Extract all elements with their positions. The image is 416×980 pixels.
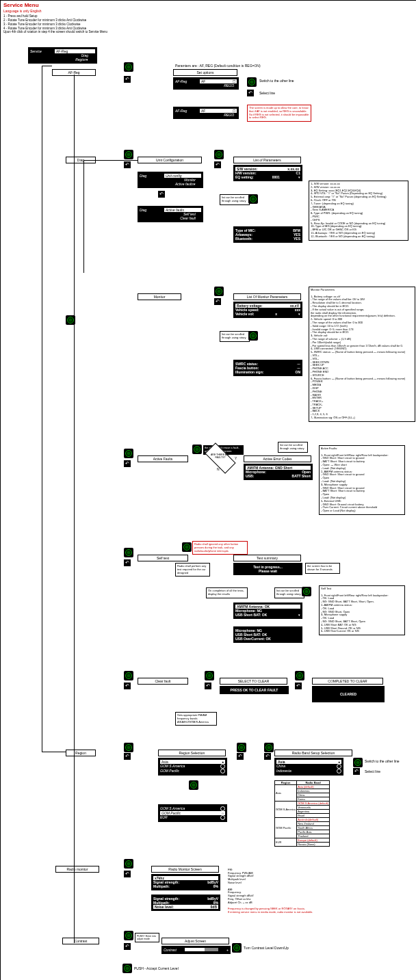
switch-note: Switch to the other line	[259, 79, 294, 83]
mon-note: Monitor Parameters 1- Battery voltage: x…	[309, 287, 415, 422]
knob-icon	[248, 331, 258, 341]
rs-box[interactable]: Asia● GOM S.America GOM Pacific	[158, 758, 227, 776]
knob-icon	[237, 743, 246, 752]
sel-clear-hdr: SELECT TO CLEAR	[220, 678, 287, 685]
lop-note: 1- S/W version: xx.xx.xx2- H/W version: …	[309, 181, 408, 241]
scroll-note: list can be scrolled through using rotar…	[220, 331, 250, 342]
back-icon[interactable]: ↶	[214, 298, 221, 305]
knob-icon	[124, 449, 133, 458]
turn-note: Turn Contrast Level Down/Up	[244, 946, 289, 950]
as-hdr: Adjust Screen	[161, 938, 229, 944]
reg-freq-note: Sets appropriate FM/AM frequency bands A…	[175, 712, 217, 726]
rbs-sel: Select line	[365, 769, 380, 773]
con-knob-note: PUSH • Enter into adjust mode	[135, 933, 159, 942]
knob-icon	[124, 931, 133, 940]
service-menu: ServiceAF-Reg Diag Region▾	[28, 47, 97, 64]
back-icon[interactable]: ↶	[205, 683, 211, 689]
rm-box1: x7khz Signal strength:bdByV Multipath:0%	[151, 874, 220, 890]
rbs-box[interactable]: Asia● China Indonesia	[274, 758, 343, 776]
back-icon[interactable]: ↶	[237, 753, 244, 760]
aec-hdr: Active Error Codes	[244, 455, 311, 462]
decision-label: ARE THERE ANY FAULTS?	[209, 453, 231, 459]
aec-box: AM/FM Antenna: GND Short Microphone:Open…	[244, 464, 313, 480]
monitor-hdr: Monitor	[138, 293, 181, 300]
rbs-sw: Switch to the other line	[365, 759, 400, 763]
knob-icon	[353, 758, 363, 767]
lang-note: Language is only English	[3, 9, 42, 13]
knob-icon	[248, 194, 258, 204]
back-icon[interactable]: ↶	[124, 871, 131, 877]
knob-icon	[232, 943, 242, 953]
cf-hdr: Clear fault	[138, 678, 188, 685]
scroll-note: list can be scrolled through using rotar…	[220, 194, 250, 205]
press-ok[interactable]: PRESS OK TO CLEAR FAULT	[220, 686, 289, 694]
knob-icon	[124, 859, 133, 869]
scroll-note: list can be scrolled through using rotar…	[274, 587, 304, 598]
afreg-warn: The screen is made up to allow the user,…	[247, 105, 311, 122]
afreg-box1: AF-RegAF☐ REG☑	[173, 77, 239, 90]
knob-icon	[205, 671, 214, 680]
back-icon[interactable]: ↶	[124, 559, 131, 566]
st-note: Self Test 1- Front right/Front left/Rear…	[319, 585, 405, 635]
knob-icon	[124, 150, 133, 159]
back-icon[interactable]: ↶	[295, 683, 302, 689]
back-icon[interactable]: ↶	[124, 683, 131, 689]
region-hdr: Region	[66, 750, 96, 756]
con-hdr: Contrast	[62, 938, 99, 944]
uc-hdr: Unit Configuration	[138, 157, 202, 163]
cleared: CLEARED	[312, 686, 385, 702]
af-note: Active Faults: 1- Front right/Front left…	[319, 445, 405, 515]
back-icon[interactable]: ↶	[124, 943, 131, 950]
sel-icon[interactable]: ↶	[353, 768, 360, 775]
rb-table: RegionRadio Band AsiaAsia (default) Indo…	[274, 780, 330, 847]
knob-icon	[122, 964, 132, 973]
rs-box2[interactable]: GOM S.America GOM Pacific○ EUR	[158, 804, 227, 822]
rm-box2: Signal strength:bdByV Multipath:0% Noise…	[151, 895, 220, 911]
push-note: PUSH - Accept Current Level	[134, 966, 179, 970]
lop-hdr: List of Parameters	[233, 157, 301, 163]
params-note: Paramters are : AF, REG (Default conditi…	[175, 64, 261, 68]
comp-clear-hdr: COMPLETED TO CLEAR	[312, 678, 383, 685]
knob-icon	[124, 671, 133, 680]
knob-icon	[214, 150, 224, 159]
back-icon[interactable]: ↶	[124, 161, 131, 168]
mon-box2: SWRC status:--- Fascia button:--- Illumi…	[233, 360, 302, 376]
sel-icon[interactable]: ↶	[247, 90, 254, 96]
rm-note: FM:Frequency. PWh/AMSignal strength dBuV…	[226, 864, 322, 919]
lmp-hdr: List Of Monitor Parameters	[233, 293, 301, 300]
lop-box1: S/W version:x.xx.xx H/W version:C1 EQ se…	[233, 165, 302, 181]
sel-note: Select line	[259, 91, 275, 95]
scroll-note: list can be scrolled through using rotar…	[278, 442, 308, 453]
st-hdr: Self test	[138, 555, 188, 561]
rbs-hdr: Radio Band Setup Selection	[274, 750, 352, 756]
knob-icon	[295, 671, 304, 680]
ts-prog: Test in progress...Please wait	[233, 563, 302, 575]
knob-icon	[264, 743, 274, 752]
ts-hdr: Test summary	[233, 555, 301, 561]
ts-res2: Microphone: NG USB Short BAT: OK USB Ove…	[233, 626, 302, 643]
back-icon[interactable]: ↶	[124, 76, 131, 83]
back-icon[interactable]: ↶	[124, 753, 131, 760]
knob-icon	[214, 287, 224, 296]
set-options-hdr: Set options	[173, 69, 237, 76]
rms-hdr: Radio Monitor Screen	[151, 866, 219, 873]
mon-box1: Battery voltage:xx.xV Vehicle speed:xxx …	[233, 302, 302, 318]
con-box[interactable]: Contrast+	[161, 946, 231, 954]
instructions: 1 - Press and hold Setup2 - Rotate Tune …	[3, 14, 107, 34]
lop-box2: Type of MIC:BFM Arkaways:YES Bluetooth:Y…	[233, 226, 302, 243]
back-icon[interactable]: ↶	[264, 753, 271, 760]
af-hdr: Active Faults	[138, 455, 188, 462]
afreg-box2: AF-RegAF☐ REG☑	[173, 107, 239, 119]
diag-box1: DiagUnit config Monitor Active faults▾	[138, 172, 203, 188]
back-icon[interactable]: ↶	[158, 191, 165, 198]
st-n1: Radio shall perform any test required fo…	[175, 563, 210, 577]
rm-hdr: Radio monitor	[55, 866, 99, 873]
page-title: Service Menu	[3, 2, 39, 8]
back-icon[interactable]: ↶	[214, 161, 221, 168]
knob-icon	[124, 62, 133, 72]
back-icon[interactable]: ↶	[124, 460, 131, 467]
knob-icon	[192, 445, 202, 454]
rs-hdr: Region Selection	[158, 750, 226, 756]
st-n2: On completion of all the tests, display …	[206, 587, 248, 598]
knob-icon	[189, 780, 198, 790]
